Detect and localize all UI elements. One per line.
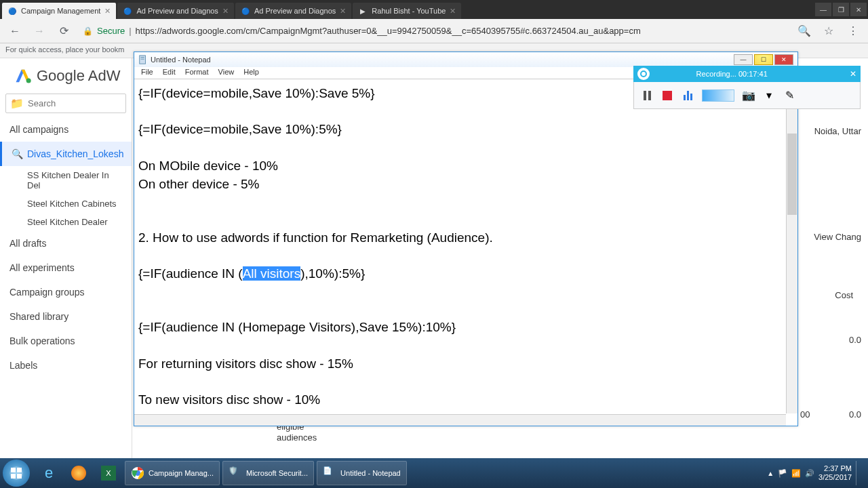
menu-file[interactable]: File — [137, 67, 157, 79]
pause-button[interactable] — [641, 89, 653, 102]
forward-button[interactable]: → — [30, 22, 49, 41]
nav-all-drafts[interactable]: All drafts — [0, 231, 132, 256]
cost-val-1: 0.0 — [849, 335, 861, 345]
nav-all-experiments[interactable]: All experiments — [0, 256, 132, 280]
nav-labels[interactable]: Labels — [0, 353, 132, 378]
nav-shared-library[interactable]: Shared library — [0, 304, 132, 329]
window-controls: — ❐ ✕ — [815, 3, 867, 16]
taskbar-app-notepad[interactable]: 📄 Untitled - Notepad — [317, 461, 407, 485]
favicon-youtube-icon: ▶ — [358, 6, 368, 16]
search-icon: 🔍 — [12, 148, 23, 159]
location-text: Noida, Uttar — [814, 126, 861, 136]
notepad-titlebar[interactable]: Untitled - Notepad — ☐ ✕ — [134, 52, 797, 67]
nav-campaign-groups[interactable]: Campaign groups — [0, 280, 132, 304]
nav-sub-steel-dealer[interactable]: Steel Kitchen Dealer — [0, 213, 132, 231]
menu-help[interactable]: Help — [239, 67, 263, 79]
nav-divas-kitchen[interactable]: 🔍 Divas_Kitchen_Lokesh — [0, 142, 132, 166]
network-icon[interactable]: 📶 — [791, 469, 801, 478]
logo-area: Google AdW — [0, 58, 132, 89]
search-input[interactable] — [28, 98, 121, 108]
notepad-maximize-button[interactable]: ☐ — [754, 54, 773, 65]
menu-icon[interactable]: ⋮ — [844, 22, 863, 41]
tray-expand-icon[interactable]: ▲ — [767, 470, 774, 477]
url-field[interactable]: 🔒 Secure | https://adwords.google.com/cm… — [79, 26, 789, 36]
start-button[interactable] — [3, 460, 30, 487]
flag-icon[interactable]: 🏳️ — [778, 469, 787, 478]
taskbar-app-label: Campaign Manag... — [149, 469, 214, 477]
nav-label: Divas_Kitchen_Lokesh — [27, 148, 123, 159]
waveform-display — [702, 89, 734, 102]
windows-logo-icon — [8, 465, 24, 481]
ie-pinned-icon[interactable]: e — [35, 461, 62, 485]
tab-title: Rahul Bisht - YouTube — [372, 7, 446, 15]
text-line: ),10%):5%} — [300, 266, 365, 281]
menu-edit[interactable]: Edit — [159, 67, 180, 79]
recorder-toolbar: 📷 ▾ ✎ — [633, 82, 861, 109]
system-tray: ▲ 🏳️ 📶 🔊 2:37 PM 3/25/2017 — [767, 461, 865, 485]
zoom-icon[interactable]: 🔍 — [795, 22, 814, 41]
browser-tab-3[interactable]: 🔵 Ad Preview and Diagnos ✕ — [235, 3, 351, 19]
notepad-minimize-button[interactable]: — — [734, 54, 753, 65]
selected-text: All visitors — [243, 266, 301, 281]
back-button[interactable]: ← — [5, 22, 24, 41]
volume-icon[interactable]: 🔊 — [805, 469, 814, 478]
text-line: {=IF(audience IN (Homepage Visitors),Sav… — [138, 320, 456, 334]
close-tab-icon[interactable]: ✕ — [340, 7, 346, 16]
text-line: {=IF(device=mobile,Save 10%):Save 5%} — [138, 86, 375, 100]
bar-chart-icon — [684, 91, 692, 100]
sidebar-search[interactable]: 📁 — [5, 94, 126, 113]
close-tab-icon[interactable]: ✕ — [450, 7, 456, 16]
draw-button[interactable]: ✎ — [783, 89, 795, 102]
stop-icon — [663, 91, 672, 100]
text-line: {=IF(device=mobile,Save 10%):5%} — [138, 122, 342, 136]
scrollbar-thumb[interactable] — [787, 134, 797, 215]
notepad-close-button[interactable]: ✕ — [774, 54, 793, 65]
notepad-scrollbar-h[interactable] — [134, 414, 786, 426]
notepad-text-area[interactable]: {=IF(device=mobile,Save 10%):Save 5%} {=… — [134, 79, 797, 426]
nav-all-campaigns[interactable]: All campaigns — [0, 117, 132, 142]
view-change-link[interactable]: View Chang — [814, 232, 861, 242]
nav-sub-steel-cabinets[interactable]: Steel Kitchen Cabinets — [0, 195, 132, 213]
notepad-icon: 📄 — [323, 466, 336, 480]
firefox-pinned-icon[interactable] — [65, 461, 92, 485]
menu-format[interactable]: Format — [181, 67, 213, 79]
text-line: {=IF(audience IN ( — [138, 266, 243, 281]
tray-clock[interactable]: 2:37 PM 3/25/2017 — [818, 464, 852, 482]
tab-title: Campaign Management — [21, 7, 100, 15]
browser-tab-4[interactable]: ▶ Rahul Bisht - YouTube ✕ — [353, 3, 461, 19]
nav-bulk-operations[interactable]: Bulk operations — [0, 329, 132, 353]
browser-tab-2[interactable]: 🔵 Ad Preview and Diagnos ✕ — [117, 3, 233, 19]
sidebar: Google AdW 📁 All campaigns 🔍 Divas_Kitch… — [0, 58, 132, 458]
browser-tab-1[interactable]: 🔵 Campaign Management ✕ — [2, 3, 116, 19]
menu-view[interactable]: View — [214, 67, 239, 79]
recorder-close-button[interactable]: ✕ — [850, 69, 856, 79]
taskbar-app-chrome[interactable]: Campaign Manag... — [125, 461, 220, 485]
svg-point-0 — [26, 79, 31, 83]
stats-button[interactable] — [682, 89, 694, 102]
nav-sub-ss-kitchen[interactable]: SS Kitchen Dealer In Del — [0, 166, 132, 195]
recorder-titlebar[interactable]: Recording... 00:17:41 ✕ — [633, 66, 861, 82]
taskbar-app-security[interactable]: 🛡️ Microsoft Securit... — [222, 461, 314, 485]
excel-pinned-icon[interactable]: X — [95, 461, 122, 485]
restore-button[interactable]: ❐ — [833, 3, 849, 16]
close-tab-icon[interactable]: ✕ — [222, 7, 229, 16]
recorder-logo-icon — [637, 68, 650, 80]
minimize-button[interactable]: — — [815, 3, 831, 16]
dropdown-button[interactable]: ▾ — [763, 89, 775, 102]
cost-val-3: 0.0 — [849, 409, 861, 420]
close-button[interactable]: ✕ — [850, 3, 867, 16]
show-desktop-button[interactable] — [856, 461, 861, 485]
stop-button[interactable] — [661, 89, 673, 102]
notepad-scrollbar-v[interactable] — [786, 79, 797, 413]
reload-button[interactable]: ⟳ — [54, 22, 73, 41]
close-tab-icon[interactable]: ✕ — [104, 7, 111, 16]
star-icon[interactable]: ☆ — [819, 22, 838, 41]
notepad-icon — [138, 55, 148, 64]
favicon-google-icon: 🔵 — [7, 6, 17, 16]
pause-icon — [644, 91, 651, 100]
secure-label: Secure — [97, 26, 125, 36]
text-line: To new visitors disc show - 10% — [138, 392, 320, 407]
tray-time: 2:37 PM — [818, 464, 852, 473]
webcam-button[interactable]: 📷 — [743, 89, 755, 102]
address-bar: ← → ⟳ 🔒 Secure | https://adwords.google.… — [0, 19, 868, 43]
